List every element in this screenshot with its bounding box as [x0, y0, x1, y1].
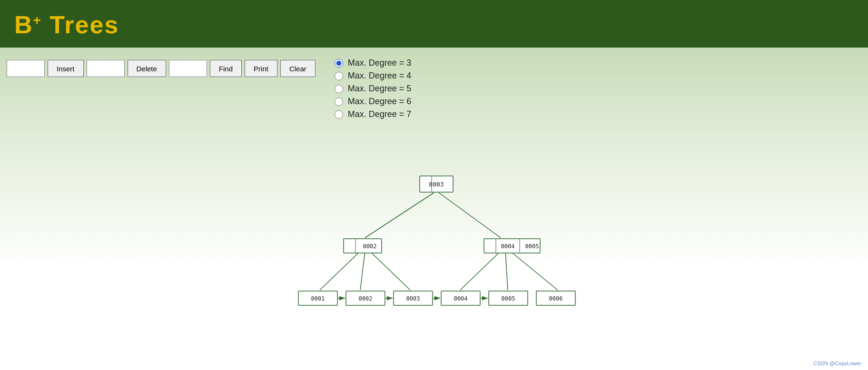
svg-text:0002: 0002: [363, 243, 377, 250]
controls-area: Insert Delete Find Print Clear Max. Degr…: [0, 48, 868, 162]
degree-option-6[interactable]: Max. Degree = 6: [335, 97, 412, 107]
degree-label-4: Max. Degree = 4: [348, 71, 412, 81]
svg-line-7: [505, 251, 508, 290]
clear-button[interactable]: Clear: [280, 60, 316, 77]
header: B+ Trees: [0, 0, 868, 48]
svg-line-5: [370, 251, 410, 290]
degree-label-5: Max. Degree = 5: [348, 84, 412, 94]
svg-line-8: [510, 251, 558, 290]
svg-text:0004: 0004: [501, 243, 515, 250]
controls-left: Insert Delete Find Print Clear: [7, 56, 316, 77]
svg-text:0001: 0001: [311, 295, 325, 302]
degree-option-7[interactable]: Max. Degree = 7: [335, 109, 412, 119]
insert-input[interactable]: [7, 60, 45, 77]
find-input[interactable]: [169, 60, 207, 77]
degree-label-6: Max. Degree = 6: [348, 97, 412, 107]
degree-option-4[interactable]: Max. Degree = 4: [335, 71, 412, 81]
watermark: CSDN @CopyLower: [813, 360, 861, 366]
degree-option-3[interactable]: Max. Degree = 3: [335, 58, 412, 68]
svg-text:0006: 0006: [549, 295, 563, 302]
svg-text:0005: 0005: [502, 295, 515, 302]
title-plus: +: [33, 13, 42, 28]
svg-text:0003: 0003: [406, 295, 420, 302]
find-button[interactable]: Find: [210, 60, 242, 77]
delete-input[interactable]: [87, 60, 125, 77]
degree-label-7: Max. Degree = 7: [348, 109, 412, 119]
svg-line-1: [365, 193, 434, 238]
degree-radio-4[interactable]: [335, 72, 343, 80]
svg-text:0003: 0003: [429, 181, 444, 188]
degree-radio-6[interactable]: [335, 97, 343, 106]
tree-area: 0003 0002 0004 0005 0001 0002 0003 0004: [0, 162, 868, 342]
svg-text:0002: 0002: [359, 295, 373, 302]
title-b: B: [14, 11, 33, 39]
delete-button[interactable]: Delete: [128, 60, 166, 77]
degree-label-3: Max. Degree = 3: [348, 58, 412, 68]
degree-radio-5[interactable]: [335, 85, 343, 93]
insert-button[interactable]: Insert: [48, 60, 84, 77]
degree-option-5[interactable]: Max. Degree = 5: [335, 84, 412, 94]
svg-line-6: [460, 251, 501, 290]
svg-line-2: [439, 193, 501, 238]
degree-radio-3[interactable]: [335, 59, 343, 68]
print-button[interactable]: Print: [245, 60, 277, 77]
svg-text:0004: 0004: [454, 295, 468, 302]
tree-svg: 0003 0002 0004 0005 0001 0002 0003 0004: [267, 166, 601, 328]
svg-line-4: [360, 251, 365, 290]
svg-text:0005: 0005: [525, 243, 539, 250]
title-trees: Trees: [42, 11, 119, 39]
svg-line-3: [320, 251, 360, 290]
degree-radio-7[interactable]: [335, 110, 343, 119]
app-title: B+ Trees: [14, 10, 119, 39]
controls-right: Max. Degree = 3Max. Degree = 4Max. Degre…: [335, 56, 412, 119]
